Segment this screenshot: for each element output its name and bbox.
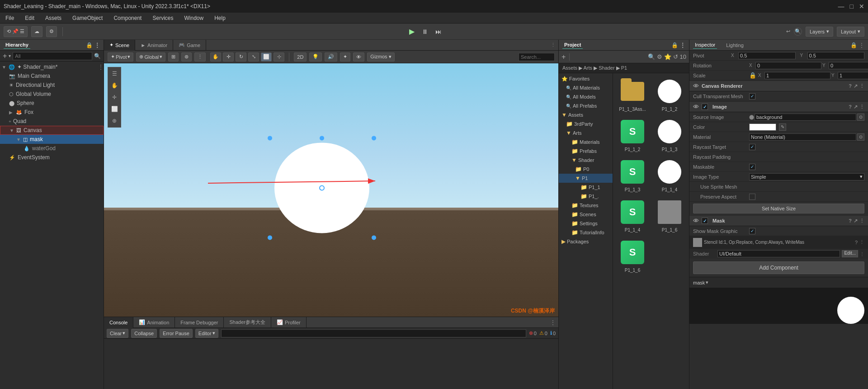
mask-presets[interactable]: ↗ (854, 218, 858, 224)
undo-btn[interactable]: ↩ (786, 28, 790, 34)
project-filter-icon[interactable]: ⚙ (657, 53, 662, 60)
project-add-btn[interactable]: + (561, 53, 566, 61)
show-mask-graphic-checkbox[interactable]: ✓ (749, 228, 755, 234)
menu-component[interactable]: Component (112, 14, 143, 22)
project-search-icon[interactable]: 🔍 (648, 53, 655, 60)
handle-top[interactable] (320, 136, 324, 140)
tab-game[interactable]: 🎮 Game (173, 40, 206, 51)
snap-icon-btn[interactable]: ⊛ (181, 52, 192, 62)
grid-snap-btn[interactable]: ⊞ (168, 52, 179, 62)
tool-icon-1[interactable]: ☰ (109, 68, 120, 79)
favorites-group[interactable]: ⭐ Favorites (559, 74, 613, 83)
transform-tools[interactable]: ⟲📌☰ (4, 26, 28, 37)
global-btn[interactable]: ⊕ Global ▾ (136, 52, 165, 62)
handle-bl[interactable] (268, 235, 272, 240)
rotation-x-input[interactable] (755, 62, 821, 69)
raycast-target-checkbox[interactable]: ✓ (749, 144, 755, 150)
scene-circle-container[interactable] (268, 136, 376, 240)
minimize-button[interactable]: — (838, 3, 844, 10)
close-button[interactable]: ✕ (859, 3, 864, 10)
file-p1-1-2-shader[interactable]: S P1_1_2 (615, 115, 650, 154)
stencil-info[interactable]: ? (855, 240, 858, 245)
color-swatch[interactable] (749, 123, 776, 131)
image-presets[interactable]: ↗ (854, 104, 858, 110)
scene-visibility-btn[interactable]: 👁 (353, 52, 364, 62)
file-p1-1-2-circle[interactable]: P1_1_2 (652, 75, 687, 114)
hierarchy-filter-icon[interactable]: 🔍 (94, 53, 101, 59)
view-more-icon[interactable]: ⋮ (551, 42, 556, 48)
canvas-renderer-more[interactable]: ⋮ (859, 83, 864, 89)
tab-frame-debugger[interactable]: Frame Debugger (175, 317, 224, 328)
rotation-y-input[interactable] (829, 62, 868, 69)
maskable-checkbox[interactable]: ✓ (749, 164, 755, 170)
tree-item-global-volume[interactable]: ⬡ Global Volume (0, 90, 104, 99)
menu-assets[interactable]: Assets (43, 14, 63, 22)
folder-materials[interactable]: 📁 Materials (559, 138, 613, 147)
tab-profiler[interactable]: 📈 Profiler (271, 317, 307, 328)
hierarchy-lock-icon[interactable]: 🔒 (86, 42, 93, 48)
scene-view[interactable]: ☰ ✋ ✛ ⬜ ⊕ (104, 63, 558, 317)
tab-inspector[interactable]: Inspector (693, 41, 717, 49)
menu-edit[interactable]: Edit (23, 14, 36, 22)
hierarchy-add-dropdown[interactable]: ▾ (9, 53, 11, 58)
source-image-select-btn[interactable]: ⊙ (857, 114, 864, 121)
preserve-aspect-checkbox[interactable] (749, 194, 755, 200)
pivot-x-input[interactable] (738, 52, 796, 59)
tab-scene[interactable]: ✦ Scene (104, 40, 135, 51)
hierarchy-add-btn[interactable]: + (3, 52, 7, 60)
folder-scenes[interactable]: 📁 Scenes (559, 210, 613, 219)
color-eyedropper[interactable]: ✎ (779, 123, 786, 131)
fav-all-prefabs[interactable]: 🔍 All Prefabs (559, 101, 613, 110)
shader-dropdown-icon[interactable]: ⋮ (860, 251, 864, 256)
editor-button[interactable]: Editor ▾ (195, 329, 218, 338)
image-more[interactable]: ⋮ (859, 104, 864, 110)
file-p1-1-3-shader[interactable]: S P1_1_3 (615, 156, 650, 194)
project-tab[interactable]: Project (562, 41, 583, 49)
file-p1-1-4-shader[interactable]: S P1_1_4 (615, 196, 650, 234)
scene-search-input[interactable] (519, 53, 555, 61)
folder-settings[interactable]: 📁 Settings (559, 219, 613, 228)
mask-more[interactable]: ⋮ (859, 218, 864, 224)
error-pause-button[interactable]: Error Pause (160, 329, 193, 338)
tool-icon-2[interactable]: ✋ (109, 80, 120, 91)
tab-animator[interactable]: ► Animator (135, 40, 173, 51)
folder-packages[interactable]: ▶ Packages (559, 237, 613, 246)
shader-select-input[interactable] (717, 250, 840, 257)
tool-icon-3[interactable]: ✛ (109, 92, 120, 103)
folder-p0[interactable]: 📁 P0 (559, 165, 613, 174)
inspector-lock[interactable]: 🔒 (850, 42, 857, 48)
fav-all-models[interactable]: 🔍 All Models (559, 92, 613, 101)
tab-shader-ref[interactable]: Shader参考大全 (224, 317, 271, 328)
tree-item-canvas[interactable]: ▼ 🖼 Canvas (0, 126, 104, 135)
2d-btn[interactable]: 2D (294, 52, 307, 62)
cloud-btn[interactable]: ☁ (31, 26, 42, 37)
canvas-renderer-eye[interactable]: 👁 (693, 83, 699, 90)
project-menu-icon[interactable]: ⋮ (680, 42, 685, 48)
tool-rect[interactable]: ⬜ (261, 52, 272, 62)
menu-services[interactable]: Services (151, 14, 175, 22)
folder-tutorialinfo[interactable]: 📁 TutorialInfo (559, 228, 613, 237)
folder-arts[interactable]: ▼ Arts (559, 128, 613, 138)
project-refresh-icon[interactable]: ↺ (673, 53, 678, 60)
tree-item-quad[interactable]: ▫ Quad (0, 117, 104, 126)
shader-edit-btn[interactable]: Edit... (842, 250, 858, 257)
menu-gameobject[interactable]: GameObject (71, 14, 104, 22)
tool-transform[interactable]: ⊹ (274, 52, 284, 62)
file-p1-1-3ass[interactable]: P1_1_3Ass... (615, 75, 650, 114)
menu-help[interactable]: Help (212, 14, 227, 22)
tool-rotate[interactable]: ↻ (236, 52, 246, 62)
image-eye[interactable]: 👁 (693, 104, 699, 110)
tab-console[interactable]: Console (104, 317, 133, 328)
handle-center[interactable] (319, 185, 325, 190)
fav-all-materials[interactable]: 🔍 All Materials (559, 83, 613, 92)
tab-animation[interactable]: 📊 Animation (133, 317, 175, 328)
layout-button[interactable]: Layout ▾ (837, 27, 864, 37)
scale-x-input[interactable] (764, 72, 830, 79)
file-p1-1-4-circle[interactable]: P1_1_4 (652, 156, 687, 194)
light-btn[interactable]: 💡 (309, 52, 322, 62)
inspector-menu[interactable]: ⋮ (859, 42, 864, 48)
play-button[interactable]: ▶ (409, 27, 415, 36)
view-options-btn[interactable]: ⋮ (194, 52, 206, 62)
folder-p1[interactable]: ▼ P1 (559, 174, 613, 183)
gizmos-btn[interactable]: Gizmos ▾ (367, 52, 394, 62)
